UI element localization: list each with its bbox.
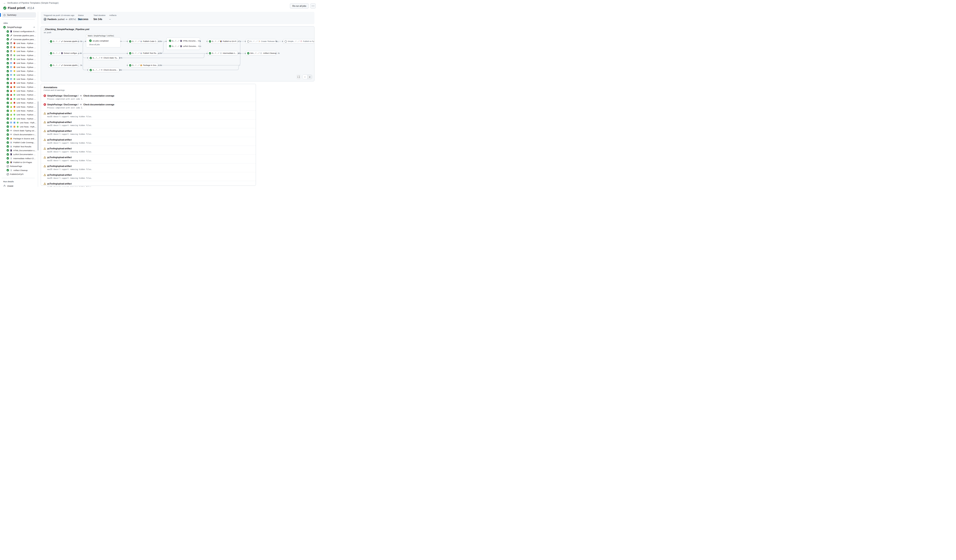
rerun-all-jobs-button[interactable]: Re-run all jobs bbox=[290, 3, 309, 9]
sidebar-job-item[interactable]: Artifact Cleanup bbox=[2, 168, 36, 172]
sidebar-job-item[interactable]: Unit Tests - Python 3.9 bbox=[2, 101, 36, 105]
annotation-title[interactable]: pyTooling/upload-artifact bbox=[47, 174, 72, 176]
sidebar-item-usage[interactable]: Usage bbox=[2, 184, 36, 187]
annotation-title[interactable]: pyTooling/upload-artifact bbox=[47, 121, 72, 123]
jobs-heading: Jobs bbox=[2, 22, 36, 25]
sidebar-job-item[interactable]: Check Static Typing using Pyt... bbox=[2, 129, 36, 133]
node-prefix: S... / ... / bbox=[250, 40, 257, 42]
matrix-summary[interactable]: 22 jobs completed bbox=[89, 39, 108, 42]
graph-node-intermediate-cleanup[interactable]: S... / ... / Intermediate A... 16s bbox=[207, 51, 238, 55]
graph-node-publish-test-results[interactable]: S... / ... / Publish Test Re... 13s bbox=[127, 51, 158, 55]
zoom-in-button[interactable]: + bbox=[307, 75, 312, 79]
annotation-title[interactable]: pyTooling/upload-artifact bbox=[47, 183, 72, 185]
sidebar-job-item[interactable]: Package in Source and Wheel... bbox=[2, 136, 36, 141]
sidebar-job-item[interactable]: HTML Documentation using ... bbox=[2, 149, 36, 152]
success-check-icon bbox=[129, 52, 131, 54]
fullscreen-button[interactable] bbox=[296, 75, 301, 79]
graph-node-artifact-cleanup[interactable]: Sim... / ... / Artifact Cleanup 4s bbox=[245, 51, 276, 55]
sidebar-job-item[interactable]: Publish Code Coverage Results bbox=[2, 141, 36, 144]
sidebar-job-item[interactable]: PublishOnPyPI bbox=[2, 172, 36, 176]
commit-sha[interactable]: d0f07e1 bbox=[69, 18, 76, 20]
graph-node-check-static-typing[interactable]: S... / ... / Check Static Ty... 17s bbox=[88, 56, 119, 60]
back-arrow-icon[interactable]: ← bbox=[3, 2, 6, 5]
sidebar-job-item[interactable]: Publish to GH-Pages bbox=[2, 160, 36, 164]
sidebar-job-item[interactable]: Unit Tests - Python 3.10 bbox=[2, 85, 36, 89]
annotation-title[interactable]: pyTooling/upload-artifact bbox=[47, 165, 72, 167]
job-label: Unit Tests - Python 3.11 bbox=[17, 70, 36, 72]
sidebar-job-item[interactable]: Unit Tests - Python 3.10 bbox=[2, 105, 36, 108]
zoom-out-button[interactable]: − bbox=[303, 75, 307, 79]
chevron-up-icon[interactable] bbox=[33, 26, 35, 28]
sidebar-job-item[interactable]: Unit Tests - Python 3.12 bbox=[2, 93, 36, 97]
sidebar-job-item[interactable]: Unit Tests - Python 3.9 bbox=[2, 41, 36, 45]
sidebar-job-item[interactable]: LaTeX Documentation using ... bbox=[2, 152, 36, 156]
breadcrumb[interactable]: ← Verification of Pipeline Templates (Si… bbox=[3, 1, 315, 5]
success-check-icon bbox=[50, 52, 52, 54]
sidebar-job-item[interactable]: Unit Tests - Python 3.12 bbox=[2, 113, 36, 116]
graph-node-publish-code-coverage[interactable]: S... / ... / Publish Code C... 20s bbox=[127, 39, 158, 44]
graph-node-create-release-page[interactable]: S... / ... / Create 'Release Pa... bbox=[245, 39, 276, 44]
success-check-icon bbox=[6, 42, 9, 45]
sidebar-job-item[interactable]: Unit Tests - Python 3.11 bbox=[2, 89, 36, 93]
annotation-title[interactable]: pyTooling/upload-artifact bbox=[47, 147, 72, 150]
sidebar-job-item[interactable]: Unit Tests - Python 3.13 bbox=[2, 117, 36, 121]
graph-node-latex-doc[interactable]: S... / ... / LaTeX Docume... 51s bbox=[169, 45, 201, 47]
sidebar-job-item[interactable]: Unit Tests - Python 3.13 bbox=[2, 97, 36, 101]
sidebar-job-item[interactable]: Generate pipeline parameters bbox=[2, 38, 36, 41]
graph-node-extract-config[interactable]: S... / ... / Extract configur... 4s bbox=[48, 51, 79, 55]
annotation-title[interactable]: pyTooling/upload-artifact bbox=[47, 130, 72, 132]
matrix-group-box[interactable] bbox=[86, 37, 121, 47]
node-duration: 4s bbox=[278, 52, 280, 54]
sidebar-job-item[interactable]: Unit Tests - Python 3.12 bbox=[2, 121, 36, 125]
success-check-icon bbox=[129, 64, 131, 66]
sidebar-job-item[interactable]: Unit Tests - Python 3.10 bbox=[2, 45, 36, 49]
annotation-title[interactable]: pyTooling/upload-artifact bbox=[47, 139, 72, 141]
skipped-icon bbox=[247, 40, 249, 42]
sidebar-job-item[interactable]: Unit Tests - Python 3.12 bbox=[2, 125, 36, 129]
annotation-title[interactable]: Check documentation coverage bbox=[83, 95, 114, 97]
sidebar-item-summary[interactable]: Summary bbox=[2, 12, 36, 17]
pipeline-graph-panel[interactable]: _Checking_SimplePackage_Pipeline.yml on:… bbox=[41, 26, 314, 82]
graph-node-html-doc[interactable]: S... / ... / HTML Docume... 55s bbox=[169, 40, 201, 42]
sidebar-job-item[interactable]: Unit Tests - Python 3.12 bbox=[2, 73, 36, 77]
sidebar-job-item[interactable]: Unit Tests - Python 3.9 bbox=[2, 81, 36, 85]
sidebar-job-item[interactable]: Publish Test Results bbox=[2, 144, 36, 148]
sidebar-job-item[interactable]: Generate pipeline parameters bbox=[2, 33, 36, 37]
sidebar-job-item[interactable]: Unit Tests - Python 3.12 bbox=[2, 53, 36, 57]
annotation-title[interactable]: pyTooling/upload-artifact bbox=[47, 112, 72, 115]
breadcrumb-label[interactable]: Verification of Pipeline Templates (Simp… bbox=[7, 2, 58, 4]
sidebar-job-item[interactable]: Unit Tests - Python 3.11 bbox=[2, 49, 36, 53]
avatar[interactable] bbox=[44, 18, 46, 20]
sidebar-job-item[interactable]: Unit Tests - Python 3.10 bbox=[2, 65, 36, 69]
graph-node-check-doc-coverage[interactable]: S... / ... / Check docume... 18s bbox=[88, 68, 119, 72]
sidebar-job-item[interactable]: Extract configurations from p... bbox=[2, 30, 36, 33]
sidebar-scrollbar-thumb[interactable] bbox=[38, 102, 39, 151]
node-label: Package in Sou... bbox=[143, 64, 158, 66]
dot-green-icon bbox=[13, 113, 16, 116]
sidebar-job-item[interactable]: Intermediate Artifact Cleanup bbox=[2, 157, 36, 160]
sidebar-job-item[interactable]: Unit Tests - Python 3.9 bbox=[2, 61, 36, 65]
sidebar-scrollbar[interactable] bbox=[37, 12, 39, 187]
dot-green-icon bbox=[13, 118, 16, 120]
more-options-button[interactable] bbox=[310, 3, 316, 9]
graph-node-publish-gh-pages[interactable]: S... / ... / Publish to GH-P... 7s bbox=[207, 39, 238, 44]
graph-node-package-source-wheel[interactable]: S... / ... / Package in Sou... 18s bbox=[127, 63, 158, 67]
actor-name[interactable]: Paebbels bbox=[47, 18, 57, 20]
sidebar-group-simplepackage[interactable]: SimplePackage bbox=[2, 25, 36, 30]
run-title: Fixed printf. bbox=[8, 6, 26, 10]
job-label: Publish to GH-Pages bbox=[13, 161, 32, 163]
sidebar-job-item[interactable]: Unit Tests - Python 3.13 bbox=[2, 57, 36, 61]
sidebar-job-item[interactable]: Unit Tests - Python 3.13 bbox=[2, 77, 36, 81]
sidebar-job-item[interactable]: Unit Tests - Python 3.11 bbox=[2, 69, 36, 73]
graph-node-publish-pypi[interactable]: Simple... / ... / Publish to PyPI bbox=[283, 39, 314, 44]
success-check-icon bbox=[6, 82, 9, 84]
docs-group-box[interactable] bbox=[166, 38, 200, 50]
sidebar-job-item[interactable]: ReleasePage bbox=[2, 164, 36, 168]
graph-node-generate-params-1[interactable]: S... / ... / Generate pipelin... 0s bbox=[48, 39, 79, 44]
show-all-jobs-link[interactable]: Show all jobs bbox=[89, 44, 100, 45]
sidebar-job-item[interactable]: Check documentation covera... bbox=[2, 133, 36, 136]
graph-node-generate-params-2[interactable]: S... / ... / Generate pipelin... 0s bbox=[48, 63, 79, 67]
annotation-title[interactable]: pyTooling/upload-artifact bbox=[47, 156, 72, 158]
annotation-title[interactable]: Check documentation coverage bbox=[83, 104, 114, 106]
sidebar-job-item[interactable]: Unit Tests - Python 3.11 bbox=[2, 109, 36, 113]
